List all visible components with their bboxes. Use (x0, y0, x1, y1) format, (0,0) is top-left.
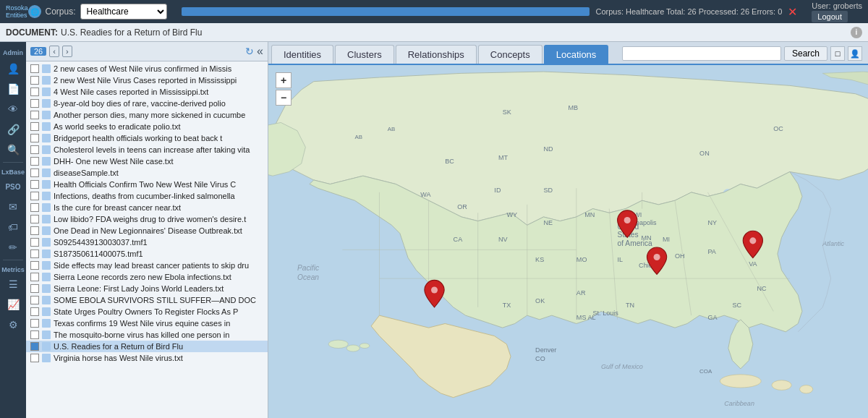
svg-text:Pacific: Pacific (297, 264, 319, 272)
search-icon-1[interactable]: □ (830, 46, 845, 61)
doc-checkbox[interactable] (30, 238, 39, 247)
zoom-out-button[interactable]: − (276, 90, 292, 106)
svg-text:MB: MB (569, 104, 579, 111)
doc-icon (42, 76, 51, 85)
svg-text:BC: BC (445, 158, 454, 165)
list-item[interactable]: State Urges Poultry Owners To Register F… (26, 306, 268, 317)
doc-checkbox[interactable] (30, 88, 39, 96)
doc-checkbox[interactable] (30, 284, 39, 293)
doc-checkbox[interactable] (30, 215, 39, 223)
doc-name: Texas confirms 19 West Nile virus equine… (54, 319, 230, 328)
list-item[interactable]: Bridgeport health officials working to b… (26, 132, 268, 144)
doc-checkbox[interactable] (30, 99, 39, 108)
list-item[interactable]: Side effects may lead breast cancer pati… (26, 260, 268, 271)
svg-text:NE: NE (543, 219, 553, 226)
sidebar-icon-list[interactable]: ☰ (3, 275, 23, 294)
app-logo: Rosoka Entities (6, 4, 28, 19)
list-item[interactable]: Sierra Leone records zero new Ebola infe… (26, 271, 268, 283)
list-item[interactable]: Sierra Leone: First Lady Joins World Lea… (26, 283, 268, 294)
list-item[interactable]: Low libido? FDA weighs drug to drive wom… (26, 213, 268, 225)
list-item[interactable]: Infections, deaths from cucumber-linked … (26, 190, 268, 202)
tab-relationships[interactable]: Relationships (396, 45, 477, 64)
next-button[interactable]: › (62, 46, 72, 57)
sidebar-icon-chart[interactable]: 📈 (3, 295, 23, 314)
list-item[interactable]: 2 new West Nile Virus Cases reported in … (26, 74, 268, 86)
doc-checkbox[interactable] (30, 296, 39, 304)
doc-checkbox[interactable] (30, 342, 39, 351)
sidebar-icon-mail[interactable]: ✉ (3, 197, 23, 216)
svg-text:CA: CA (454, 236, 464, 243)
tab-concepts[interactable]: Concepts (478, 45, 542, 64)
doc-checkbox[interactable] (30, 203, 39, 212)
doc-checkbox[interactable] (30, 354, 39, 362)
list-item[interactable]: The mosquito-borne virus has killed one … (26, 329, 268, 341)
sidebar-icon-settings[interactable]: ⚙ (3, 315, 23, 334)
collapse-button[interactable]: « (257, 45, 263, 58)
list-item[interactable]: Is the cure for breast cancer near.txt (26, 202, 268, 213)
doc-checkbox[interactable] (30, 249, 39, 258)
doc-checkbox[interactable] (30, 134, 39, 142)
list-item[interactable]: DHH- One new West Nile case.txt (26, 155, 268, 167)
doc-checkbox[interactable] (30, 192, 39, 200)
list-item[interactable]: Health Officials Confirm Two New West Ni… (26, 179, 268, 190)
doc-checkbox[interactable] (30, 76, 39, 85)
doc-checkbox[interactable] (30, 122, 39, 131)
doc-checkbox[interactable] (30, 111, 39, 119)
doc-checkbox[interactable] (30, 273, 39, 281)
doc-icon (42, 157, 51, 166)
sidebar-icon-pso[interactable]: PSO (3, 177, 23, 196)
search-input[interactable] (622, 46, 781, 61)
doc-checkbox[interactable] (30, 180, 39, 189)
sidebar-icon-tag[interactable]: 🏷 (3, 218, 23, 236)
list-item[interactable]: Another person dies, many more sickened … (26, 109, 268, 121)
list-item[interactable]: 2 new cases of West Nile virus confirmed… (26, 63, 268, 74)
list-item[interactable]: Cholesterol levels in teens can increase… (26, 144, 268, 155)
list-item[interactable]: As world seeks to eradicate polio.txt (26, 121, 268, 132)
sidebar-icon-doc[interactable]: 📄 (3, 80, 23, 98)
doc-checkbox[interactable] (30, 157, 39, 166)
doc-checkbox[interactable] (30, 319, 39, 328)
list-item[interactable]: Virginia horse has West Nile virus.txt (26, 352, 268, 364)
doc-checkbox[interactable] (30, 226, 39, 235)
prev-button[interactable]: ‹ (49, 46, 59, 57)
tab-identities[interactable]: Identities (271, 45, 333, 64)
close-progress-button[interactable]: ✕ (788, 5, 797, 19)
sidebar-icon-admin[interactable]: 👤 (3, 59, 23, 78)
list-item[interactable]: 8-year-old boy dies of rare, vaccine-der… (26, 98, 268, 109)
corpus-select[interactable]: Healthcare (80, 4, 167, 20)
doc-checkbox[interactable] (30, 145, 39, 154)
sidebar-icon-search[interactable]: 🔍 (3, 140, 23, 159)
list-item[interactable]: diseaseSample.txt (26, 167, 268, 179)
doc-icon (42, 307, 51, 316)
doc-checkbox[interactable] (30, 330, 39, 339)
list-item[interactable]: One Dead in New Legionnaires' Disease Ou… (26, 225, 268, 236)
refresh-button[interactable]: ↻ (245, 46, 254, 57)
logout-button[interactable]: Logout (812, 11, 848, 22)
progress-bar-container: Corpus: Healthcare Total: 26 Processed: … (182, 5, 798, 19)
list-item[interactable]: 4 West Nile cases reported in Mississipp… (26, 86, 268, 98)
doc-checkbox[interactable] (30, 261, 39, 270)
doc-checkbox[interactable] (30, 307, 39, 316)
list-item[interactable]: SOME EBOLA SURVIVORS STILL SUFFER—AND DO… (26, 294, 268, 306)
doc-checkbox[interactable] (30, 64, 39, 73)
zoom-in-button[interactable]: + (276, 72, 292, 88)
search-icon-2[interactable]: 👤 (848, 46, 862, 61)
sidebar-icon-eye[interactable]: 👁 (3, 100, 23, 119)
doc-icon (42, 330, 51, 339)
list-item[interactable]: U.S. Readies for a Return of Bird Flu (26, 341, 268, 352)
doc-icon (42, 342, 51, 351)
search-bar-container: Search □ 👤 (622, 46, 862, 61)
tab-locations[interactable]: Locations (544, 45, 609, 64)
tab-clusters[interactable]: Clusters (335, 45, 394, 64)
list-item[interactable]: S0925443913003037.tmf1 (26, 236, 268, 248)
doc-checkbox[interactable] (30, 169, 39, 177)
list-item[interactable]: S187350611400075.tmf1 (26, 248, 268, 260)
list-item[interactable]: Texas confirms 19 West Nile virus equine… (26, 317, 268, 329)
doc-icon (42, 111, 51, 119)
info-icon[interactable]: i (851, 27, 862, 38)
svg-text:NC: NC (757, 285, 767, 292)
search-button[interactable]: Search (784, 46, 827, 61)
sidebar-icon-link[interactable]: 🔗 (3, 120, 23, 139)
svg-text:OR: OR (457, 203, 467, 210)
sidebar-icon-edit[interactable]: ✏ (3, 238, 23, 257)
